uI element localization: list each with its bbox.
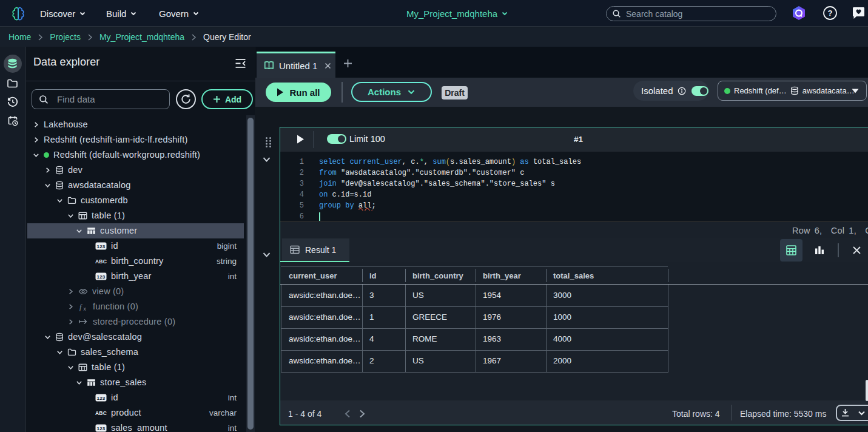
svg-text:f: f — [79, 302, 82, 311]
svg-text:123: 123 — [97, 243, 106, 249]
svg-text:ABC: ABC — [95, 410, 107, 416]
svg-text:123: 123 — [97, 425, 106, 431]
svg-text:x: x — [84, 305, 87, 311]
svg-text:ABC: ABC — [95, 258, 107, 265]
svg-text:123: 123 — [97, 395, 106, 400]
svg-text:?: ? — [828, 8, 833, 18]
svg-text:123: 123 — [97, 274, 106, 279]
